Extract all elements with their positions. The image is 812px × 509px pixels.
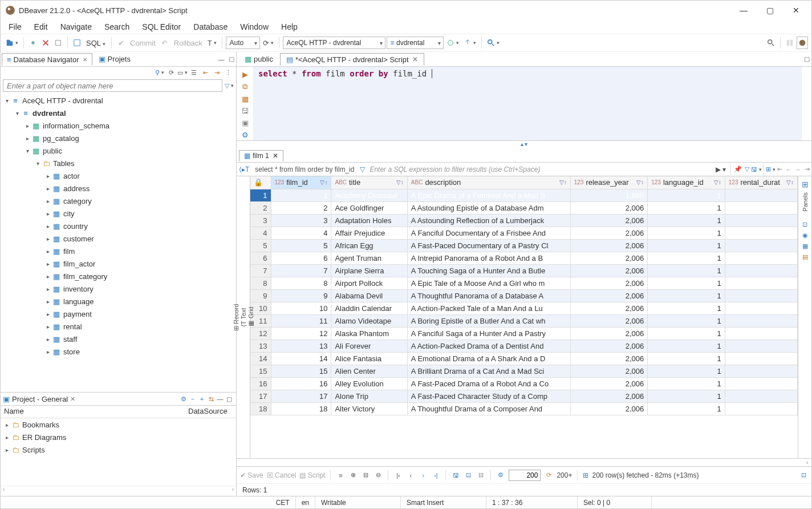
menu-file[interactable]: File bbox=[4, 21, 26, 33]
connection-select[interactable]: AceQL HTTP - dvdrental bbox=[283, 37, 385, 49]
data-table[interactable]: 🔒123film_id▽↕ABCtitle▽↕ABCdescription▽↕1… bbox=[250, 176, 798, 415]
collapse-icon[interactable]: ⇤ bbox=[201, 68, 210, 77]
table-row[interactable]: 88Airport PollockA Epic Tale of a Moose … bbox=[250, 277, 798, 289]
menu-edit[interactable]: Edit bbox=[30, 21, 52, 33]
grid-icon[interactable]: ▦ bbox=[802, 243, 808, 250]
max-results-icon[interactable]: ⊡ bbox=[799, 471, 808, 480]
database-select[interactable]: ≡ dvdrental bbox=[387, 37, 444, 49]
tree-database[interactable]: ▾≡dvdrental bbox=[1, 107, 236, 119]
menu-database[interactable]: Database bbox=[189, 21, 232, 33]
settings2-icon[interactable]: ⚙ bbox=[496, 471, 505, 480]
table-row[interactable]: 66Agent TrumanA Intrepid Panorama of a R… bbox=[250, 252, 798, 264]
tab-public[interactable]: ▦public bbox=[239, 53, 279, 66]
project-item[interactable]: ▸🗀Bookmarks bbox=[1, 418, 236, 431]
table-row[interactable]: 1818Alter VictoryA Thoughtful Drama of a… bbox=[250, 402, 798, 415]
minus-icon[interactable]: − bbox=[188, 394, 197, 403]
tree-table[interactable]: ▸▦rental bbox=[1, 320, 236, 333]
reload-icon[interactable]: ⟳ bbox=[544, 471, 553, 480]
table-row[interactable]: 11Academy DinosaurA Epic Drama of a Femi… bbox=[250, 189, 798, 201]
table-row[interactable]: 44Affair PrejudiceA Fanciful Documentary… bbox=[250, 227, 798, 239]
menu-window[interactable]: Window bbox=[236, 21, 273, 33]
invalidate-icon[interactable] bbox=[52, 37, 64, 49]
view-menu-icon[interactable]: ⋮ bbox=[224, 68, 233, 77]
run-icon[interactable]: ▶ bbox=[242, 70, 248, 79]
tab-script[interactable]: ▤*<AceQL HTTP - dvdrental> Script✕ bbox=[280, 53, 424, 66]
filter-funnel-icon[interactable]: ▽ bbox=[225, 81, 234, 90]
refresh-icon[interactable]: ⟳ bbox=[167, 68, 176, 77]
table-row[interactable]: 1111Alamo VideotapeA Boring Epistle of a… bbox=[250, 314, 798, 327]
close-tab-icon[interactable]: ✕ bbox=[83, 56, 87, 63]
column-header[interactable]: ABCtitle▽↕ bbox=[331, 176, 407, 189]
quick-access-icon[interactable] bbox=[765, 37, 777, 49]
next-icon[interactable]: → bbox=[793, 165, 802, 174]
close-button[interactable]: ✕ bbox=[783, 1, 809, 19]
tree-table[interactable]: ▸▦actor bbox=[1, 169, 236, 182]
result-tab-film[interactable]: ▦film 1✕ bbox=[239, 150, 283, 161]
script-button[interactable]: ▤ Script bbox=[299, 471, 325, 479]
tree-table[interactable]: ▸▦store bbox=[1, 345, 236, 358]
import-icon[interactable]: ⊡ bbox=[464, 471, 473, 480]
minimize-icon[interactable]: — bbox=[217, 55, 226, 64]
connect-icon[interactable] bbox=[27, 37, 39, 49]
nav-prev-icon[interactable]: ‹ bbox=[406, 471, 415, 480]
menu-search[interactable]: Search bbox=[100, 21, 134, 33]
meta-icon[interactable]: ▤ bbox=[802, 253, 808, 261]
tree-table[interactable]: ▸▦category bbox=[1, 195, 236, 207]
cancel-button[interactable]: ☒ Cancel bbox=[267, 471, 297, 479]
panels-label[interactable]: Panels bbox=[802, 192, 809, 212]
val-icon[interactable]: ⊡ bbox=[802, 221, 807, 228]
column-header[interactable]: ABCdescription▽↕ bbox=[407, 176, 570, 189]
funnel-icon[interactable]: ▽ bbox=[358, 165, 367, 173]
perspective-dbeaver-icon[interactable] bbox=[797, 37, 808, 49]
edit-icon[interactable]: ≡ bbox=[336, 471, 345, 480]
tree-table[interactable]: ▸▦address bbox=[1, 182, 236, 195]
commit-icon[interactable]: ✔ bbox=[115, 37, 127, 49]
close-tab-icon[interactable]: ✕ bbox=[412, 55, 418, 63]
tree-table[interactable]: ▸▦film bbox=[1, 245, 236, 257]
load-icon[interactable]: ▣ bbox=[242, 119, 249, 127]
tree-table[interactable]: ▸▦language bbox=[1, 295, 236, 308]
table-row[interactable]: 22Ace GoldfingerA Astounding Epistle of … bbox=[250, 201, 798, 214]
export-icon[interactable] bbox=[462, 37, 478, 49]
minimize-button[interactable]: — bbox=[730, 1, 757, 19]
record-mode[interactable]: ⊞ Record bbox=[232, 176, 239, 458]
search-icon[interactable] bbox=[485, 37, 501, 49]
tree-tables-folder[interactable]: ▾🗀Tables bbox=[1, 157, 236, 169]
rollback-label[interactable]: Rollback bbox=[172, 39, 205, 47]
table-row[interactable]: 1313Ali ForeverA Action-Packed Drama of … bbox=[250, 340, 798, 352]
prev-icon[interactable]: ← bbox=[784, 165, 793, 174]
calc-icon[interactable]: ◉ bbox=[802, 232, 808, 239]
tree-table[interactable]: ▸▦film_category bbox=[1, 270, 236, 282]
nav-first-icon[interactable]: |‹ bbox=[393, 471, 403, 480]
save-button[interactable]: ✔ Save bbox=[240, 471, 263, 479]
panels-icon[interactable]: ⊞ bbox=[766, 165, 775, 174]
apply-filter-icon[interactable]: ▶ ▾ bbox=[713, 165, 728, 173]
panels-toggle-icon[interactable]: ⊞ bbox=[802, 180, 809, 189]
ref-icon[interactable]: ⊟ bbox=[476, 471, 485, 480]
project-col-name[interactable]: Name bbox=[1, 406, 185, 418]
table-row[interactable]: 77Airplane SierraA Touching Saga of a Hu… bbox=[250, 264, 798, 277]
link-icon[interactable]: ⇥ bbox=[212, 68, 221, 77]
table-row[interactable]: 33Adaptation HolesA Astounding Reflectio… bbox=[250, 214, 798, 227]
column-header[interactable]: 123release_year▽↕ bbox=[570, 176, 648, 189]
maximize-icon[interactable]: ▢ bbox=[227, 55, 236, 64]
project-item[interactable]: ▸🗀Scripts bbox=[1, 443, 236, 456]
column-header[interactable]: 123rental_durat▽↕ bbox=[725, 176, 797, 189]
save-filter-icon[interactable]: 🖫 bbox=[752, 165, 761, 174]
table-row[interactable]: 55African EggA Fast-Paced Documentary of… bbox=[250, 239, 798, 252]
tx-mode-icon[interactable]: T bbox=[206, 37, 218, 49]
column-header[interactable]: 123language_id▽↕ bbox=[648, 176, 725, 189]
rollback-icon[interactable]: ↶ bbox=[159, 37, 170, 49]
first-icon[interactable]: ⇤ bbox=[775, 165, 784, 174]
menu-sqleditor[interactable]: SQL Editor bbox=[137, 21, 185, 33]
nav-next-icon[interactable]: › bbox=[419, 471, 428, 480]
link2-icon[interactable]: ⇆ bbox=[206, 394, 216, 403]
menu-navigate[interactable]: Navigate bbox=[56, 21, 96, 33]
tree-table[interactable]: ▸▦city bbox=[1, 207, 236, 220]
table-row[interactable]: 99Alabama DevilA Thoughtful Panorama of … bbox=[250, 289, 798, 302]
min2-icon[interactable]: — bbox=[216, 394, 225, 403]
fetch-count-input[interactable] bbox=[509, 470, 541, 481]
tx-log-icon[interactable]: ⟳ bbox=[261, 37, 275, 49]
sql-code-area[interactable]: select * from film order by film_id bbox=[254, 67, 801, 140]
tab-projets[interactable]: ▣ Projets bbox=[94, 53, 136, 66]
